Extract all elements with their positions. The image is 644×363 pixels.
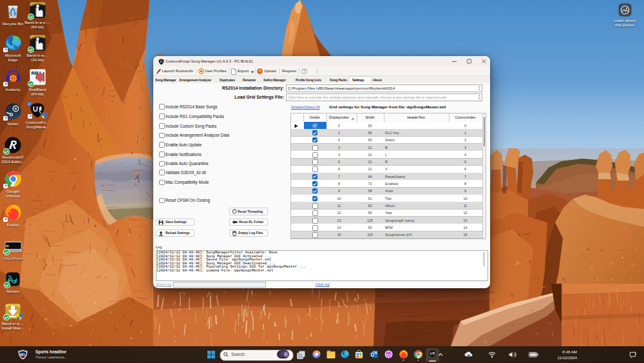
svg-text:?: ?	[303, 68, 306, 73]
svg-text:cc: cc	[386, 353, 390, 357]
svg-text:NFL: NFL	[20, 353, 26, 357]
